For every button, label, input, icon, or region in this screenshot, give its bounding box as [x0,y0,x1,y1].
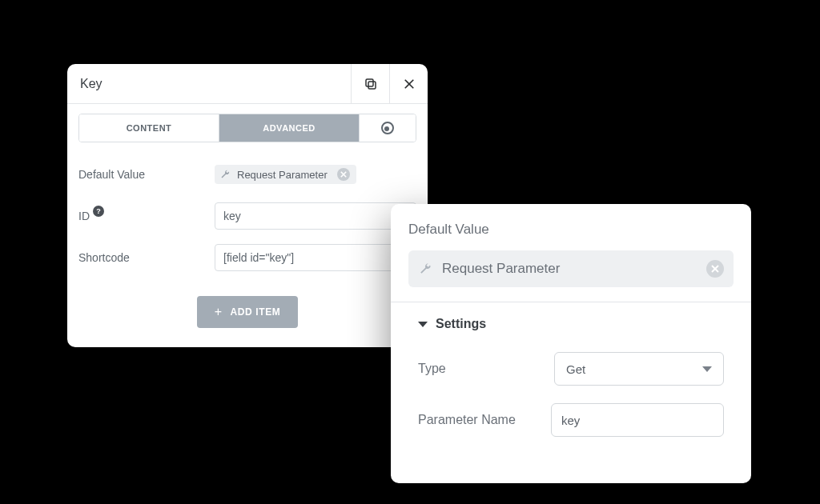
popover-title: Default Value [408,222,734,238]
row-type: Type Get [418,352,724,386]
default-value-popover: Default Value Request Parameter Settings… [391,204,751,483]
close-icon [402,77,416,91]
add-item-label: ADD ITEM [231,306,281,318]
svg-rect-1 [366,79,373,86]
plus-icon: + [215,306,223,318]
row-default-value: Default Value Request Parameter [78,157,416,192]
tab-bar: CONTENT ADVANCED [78,114,416,142]
label-type: Type [418,362,554,376]
item-settings-panel: Key CONTENT ADVANCED Default Value [67,64,428,347]
add-item-button[interactable]: + ADD ITEM [197,296,299,328]
caret-down-icon [418,322,428,327]
x-icon [711,265,719,273]
label-id: ID ? [78,210,215,222]
type-select-value: Get [566,362,585,376]
chip-request-parameter-large[interactable]: Request Parameter [408,250,734,287]
type-select[interactable]: Get [554,352,724,386]
panel-header: Key [67,64,428,104]
wrench-icon [219,169,231,180]
id-input[interactable] [215,202,416,230]
chip-clear-button[interactable] [337,168,350,181]
shortcode-input[interactable] [215,244,416,271]
label-default-value: Default Value [78,168,215,181]
row-parameter-name: Parameter Name [418,403,724,437]
tab-advanced[interactable]: ADVANCED [219,114,360,142]
wrench-icon [418,262,432,276]
panel-body: CONTENT ADVANCED Default Value Request P… [67,104,428,275]
copy-icon [364,77,378,91]
panel-title: Key [67,64,351,103]
label-shortcode: Shortcode [78,251,215,264]
chip-label: Request Parameter [442,261,560,277]
chip-label: Request Parameter [237,169,328,181]
svg-rect-0 [368,82,376,89]
duplicate-button[interactable] [351,64,389,103]
parameter-name-input[interactable] [551,403,724,437]
chip-clear-button[interactable] [706,260,724,278]
chip-request-parameter[interactable]: Request Parameter [215,165,356,184]
label-parameter-name: Parameter Name [418,413,551,427]
settings-title: Settings [436,317,486,331]
tab-content[interactable]: CONTENT [79,114,219,142]
popover-settings: Settings Type Get Parameter Name [391,302,751,475]
chevron-down-icon [702,366,712,372]
row-shortcode: Shortcode [78,240,416,275]
row-id: ID ? [78,198,416,234]
x-icon [340,171,347,178]
panel-footer: + ADD ITEM [67,282,428,347]
settings-header[interactable]: Settings [418,317,724,331]
dynamic-icon [381,122,394,134]
close-button[interactable] [389,64,428,103]
tab-dynamic[interactable] [360,114,416,142]
help-icon[interactable]: ? [93,206,104,217]
